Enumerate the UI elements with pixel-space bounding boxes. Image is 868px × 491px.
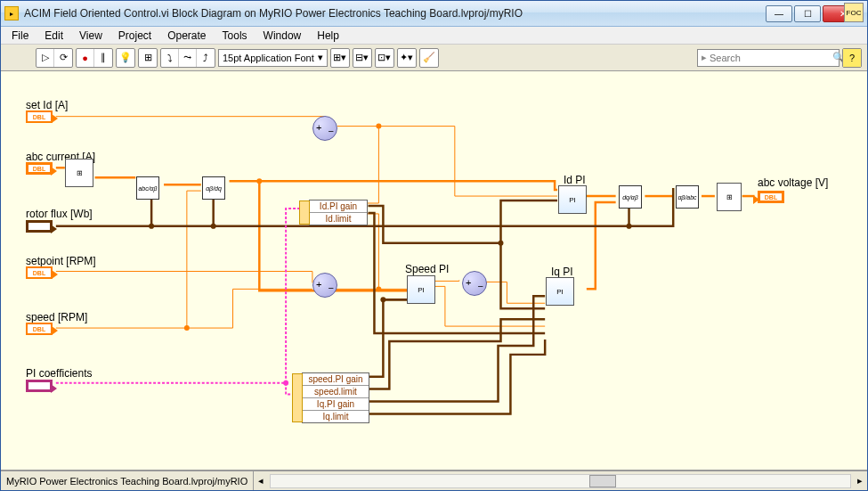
font-selector[interactable]: 15pt Application Font ▾ <box>218 49 328 67</box>
vi-connector-icon[interactable]: FOC <box>844 3 864 22</box>
terminal-setpoint[interactable]: DBL <box>26 266 53 279</box>
terminal-speed[interactable]: DBL <box>26 323 53 335</box>
statusbar: MyRIO Power Electronics Teaching Board.l… <box>1 471 867 490</box>
svg-point-0 <box>376 124 381 129</box>
window-frame: ▸ ACIM Field Oriented Control.vi Block D… <box>0 0 868 491</box>
scroll-right-button[interactable]: ▸ <box>853 475 867 487</box>
search-box[interactable]: ▸ 🔍 <box>697 49 840 67</box>
pause-button[interactable]: ∥ <box>94 49 112 67</box>
svg-point-2 <box>376 286 381 291</box>
terminal-pi-coeffs[interactable] <box>26 380 53 392</box>
label-rotor-flux: rotor flux [Wb] <box>26 208 93 220</box>
chevron-down-icon: ▾ <box>318 52 323 63</box>
vi-icon-panel: FOC <box>844 3 864 22</box>
app-icon: ▸ <box>4 6 19 20</box>
unbundle-id-gain[interactable]: Id.PI gain <box>310 200 367 213</box>
svg-point-3 <box>256 178 262 184</box>
menu-project[interactable]: Project <box>111 28 158 44</box>
terminal-abc-current[interactable]: DBL <box>26 162 53 175</box>
step-into-button[interactable]: ⤵ <box>161 49 179 67</box>
terminal-set-id[interactable]: DBL <box>26 110 53 123</box>
unbundle-iq-gain[interactable]: Iq.PI gain <box>303 398 369 411</box>
cleanup-button[interactable]: 🧹 <box>420 49 438 67</box>
unbundle-iq-limit[interactable]: Iq.limit <box>303 411 369 422</box>
titlebar[interactable]: ▸ ACIM Field Oriented Control.vi Block D… <box>1 1 867 27</box>
id-pi-node[interactable]: PI <box>558 185 587 214</box>
menu-tools[interactable]: Tools <box>215 28 255 44</box>
scrollbar-thumb[interactable] <box>589 475 616 487</box>
dq-to-alphabeta-node[interactable]: dq/αβ <box>619 185 642 209</box>
svg-point-4 <box>149 224 154 229</box>
sum-iq-node[interactable] <box>462 271 487 296</box>
label-pi-coeffs: PI coefficients <box>26 367 92 380</box>
menubar: File Edit View Project Operate Tools Win… <box>1 27 867 45</box>
sum-speed-node[interactable] <box>312 273 337 298</box>
minimize-button[interactable]: — <box>766 5 792 22</box>
search-input[interactable] <box>710 53 832 63</box>
build-array-node[interactable]: ⊞ <box>717 183 742 211</box>
svg-point-7 <box>499 241 504 246</box>
scroll-left-button[interactable]: ◂ <box>254 475 268 487</box>
unbundle-id-limit[interactable]: Id.limit <box>310 213 367 225</box>
run-group: ▷ ⟳ <box>36 48 73 68</box>
index-array-node[interactable]: ⊞ <box>65 159 93 187</box>
abc-to-alphabeta-node[interactable]: abc/αβ <box>136 176 159 200</box>
terminal-abc-voltage[interactable]: DBL <box>758 191 784 203</box>
font-label: 15pt Application Font <box>223 53 314 63</box>
speed-pi-node[interactable]: PI <box>407 275 435 304</box>
resize-button[interactable]: ⊡▾ <box>376 49 393 67</box>
h-scrollbar[interactable] <box>270 474 851 488</box>
highlight-button[interactable]: 💡 <box>117 49 134 67</box>
label-speed-pi: Speed PI <box>405 263 449 275</box>
alphabeta-to-abc-node[interactable]: αβ/abc <box>676 185 699 209</box>
step-over-button[interactable]: ⤳ <box>179 49 197 67</box>
menu-view[interactable]: View <box>72 28 110 44</box>
block-diagram-canvas[interactable]: set Id [A] DBL abc current [A] DBL rotor… <box>1 71 867 471</box>
distribute-button[interactable]: ⊟▾ <box>353 49 371 67</box>
align-button[interactable]: ⊞▾ <box>331 49 349 67</box>
window-title: ACIM Field Oriented Control.vi Block Dia… <box>24 7 766 20</box>
menu-help[interactable]: Help <box>310 28 346 44</box>
svg-point-6 <box>627 224 632 229</box>
label-setpoint: setpoint [RPM] <box>26 255 96 267</box>
run-cont-button[interactable]: ⟳ <box>54 49 72 67</box>
label-speed: speed [RPM] <box>26 311 87 323</box>
help-button[interactable]: ? <box>843 49 861 67</box>
svg-point-1 <box>184 325 190 331</box>
maximize-button[interactable]: ☐ <box>794 5 821 22</box>
run-button[interactable]: ▷ <box>37 49 54 67</box>
project-path[interactable]: MyRIO Power Electronics Teaching Board.l… <box>1 471 254 490</box>
unbundle-speed-gain[interactable]: speed.PI gain <box>303 373 369 386</box>
label-id-pi: Id PI <box>564 174 586 186</box>
label-abc-voltage: abc voltage [V] <box>758 176 828 189</box>
retain-wire-button[interactable]: ⊞ <box>139 49 157 67</box>
svg-point-9 <box>283 381 288 386</box>
menu-file[interactable]: File <box>4 28 36 44</box>
menu-operate[interactable]: Operate <box>160 28 213 44</box>
svg-point-5 <box>211 224 216 229</box>
toolbar: ▷ ⟳ ● ∥ 💡 ⊞ ⤵ ⤳ ⤴ 15pt Application Font … <box>1 45 867 71</box>
unbundle-speed-iq[interactable]: speed.PI gain speed.limit Iq.PI gain Iq.… <box>302 372 369 423</box>
menu-edit[interactable]: Edit <box>37 28 70 44</box>
alphabeta-to-dq-node[interactable]: αβ/dq <box>202 176 225 200</box>
unbundle-id[interactable]: Id.PI gain Id.limit <box>309 200 368 225</box>
terminal-rotor-flux[interactable] <box>26 220 53 233</box>
sum-id-node[interactable] <box>312 116 337 141</box>
menu-window[interactable]: Window <box>256 28 309 44</box>
step-out-button[interactable]: ⤴ <box>197 49 215 67</box>
iq-pi-node[interactable]: PI <box>546 277 574 306</box>
unbundle-speed-limit[interactable]: speed.limit <box>303 386 369 398</box>
unbundle-handle-icon <box>292 373 303 422</box>
unbundle-handle-icon <box>299 200 310 225</box>
search-icon: ▸ <box>702 52 707 63</box>
label-set-id: set Id [A] <box>26 99 68 111</box>
abort-button[interactable]: ● <box>77 49 94 67</box>
svg-point-8 <box>380 297 385 302</box>
label-iq-pi: Iq PI <box>551 266 573 278</box>
reorder-button[interactable]: ✦▾ <box>398 49 416 67</box>
